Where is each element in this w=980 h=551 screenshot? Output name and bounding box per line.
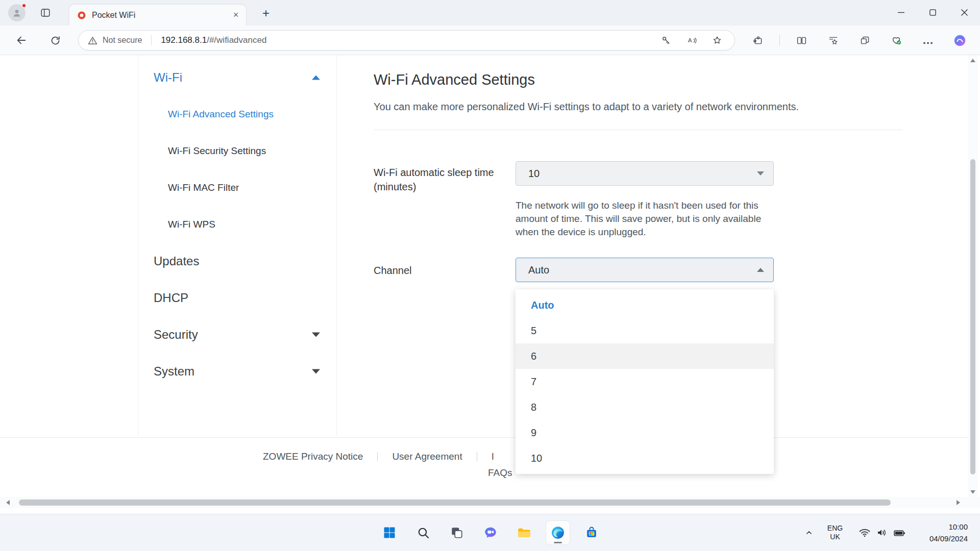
svg-text:A: A [688,37,692,44]
start-button[interactable] [377,520,402,545]
scroll-left-button[interactable] [2,497,13,508]
scroll-up-icon [970,59,975,62]
language-line2: UK [830,533,840,541]
dropdown-option-5[interactable]: 5 [516,318,774,343]
dropdown-option-8[interactable]: 8 [516,394,774,420]
split-screen-icon [796,35,807,46]
sleep-time-value: 10 [528,168,540,180]
scroll-left-icon [6,500,10,505]
refresh-button[interactable] [45,30,65,51]
faqs-link[interactable]: FAQs [488,467,512,479]
task-view-icon [450,526,463,539]
sleep-time-select[interactable]: 10 [516,161,774,186]
sidebar-section-security[interactable]: Security [138,316,336,353]
windows-taskbar: ENG UK 10:00 04/09/2024 [0,514,980,551]
language-indicator[interactable]: ENG UK [823,522,847,543]
tab-title: Pocket WiFi [92,11,225,20]
sidebar-item-wifi-mac-filter[interactable]: Wi-Fi MAC Filter [138,169,336,206]
browser-toolbar: Not secure 192.168.8.1/#/wifiadvanced A [0,26,980,55]
add-favorite-button[interactable] [710,33,724,47]
search-icon [416,526,430,539]
url-text[interactable]: 192.168.8.1/#/wifiadvanced [161,35,266,45]
dropdown-option-7[interactable]: 7 [516,369,774,394]
chevron-down-icon [312,333,320,337]
address-divider [151,35,152,45]
extensions-button[interactable] [748,30,768,51]
microsoft-store-icon [584,525,599,540]
back-arrow-icon [16,35,27,46]
scroll-up-button[interactable] [968,55,978,65]
back-button[interactable] [11,30,32,51]
horizontal-scrollbar-thumb[interactable] [19,499,891,506]
sidebar-item-wifi-wps[interactable]: Wi-Fi WPS [138,206,336,243]
footer-links: ZOWEE Privacy Notice User Agreement I [263,451,494,462]
dropdown-option-6[interactable]: 6 [516,343,774,369]
file-explorer-button[interactable] [512,520,536,545]
collections-button[interactable] [854,30,875,51]
browser-essentials-button[interactable] [886,30,906,51]
dropdown-option-auto[interactable]: Auto [516,292,774,318]
edge-browser-button[interactable] [546,520,570,545]
scroll-right-button[interactable] [952,497,964,508]
horizontal-scrollbar[interactable] [0,497,980,508]
channel-dropdown-list: Auto 5 6 7 8 9 10 [516,289,774,474]
dropdown-option-9[interactable]: 9 [516,420,774,445]
privacy-notice-link[interactable]: ZOWEE Privacy Notice [263,451,363,462]
windows-logo-icon [382,525,397,540]
settings-sidebar: Wi-Fi Wi-Fi Advanced Settings Wi-Fi Secu… [138,55,337,437]
sidebar-section-system[interactable]: System [138,353,336,390]
password-button[interactable] [659,33,673,47]
sidebar-section-dhcp[interactable]: DHCP [138,280,336,316]
new-tab-button[interactable]: + [257,6,275,21]
dropdown-option-10[interactable]: 10 [516,445,774,471]
sidebar-item-wifi-security-settings[interactable]: Wi-Fi Security Settings [138,133,336,169]
sidebar-item-label: Wi-Fi WPS [168,219,215,230]
sidebar-section-wifi[interactable]: Wi-Fi [138,59,336,96]
browser-titlebar: Pocket WiFi × + [0,0,980,26]
chat-button[interactable] [478,520,503,545]
footer-link-divider [477,452,477,461]
vertical-scrollbar-thumb[interactable] [970,159,975,474]
close-window-button[interactable] [948,0,980,24]
address-bar[interactable]: Not secure 192.168.8.1/#/wifiadvanced A [78,30,735,51]
chat-icon [483,525,498,540]
tab-actions-menu-button[interactable] [37,5,54,21]
hidden-icons-button[interactable] [801,522,817,543]
system-tray-status[interactable] [859,522,906,543]
maximize-icon [929,9,936,16]
profile-avatar[interactable] [8,4,26,21]
sleep-time-label: Wi-Fi automatic sleep time (minutes) [374,165,514,194]
sidebar-item-wifi-advanced-settings[interactable]: Wi-Fi Advanced Settings [138,96,336,133]
sidebar-item-label: DHCP [154,291,188,305]
url-host: 192.168.8.1 [161,35,207,45]
settings-more-button[interactable]: … [918,30,938,51]
favorites-star-list-icon [828,35,839,46]
copilot-button[interactable] [949,30,970,51]
partially-hidden-link[interactable]: I [492,451,494,462]
site-favicon [77,10,87,20]
favorites-button[interactable] [823,30,843,51]
channel-select[interactable]: Auto [516,258,774,282]
tab-actions-icon [40,7,51,18]
split-screen-button[interactable] [791,30,812,51]
user-agreement-link[interactable]: User Agreement [392,451,462,462]
taskbar-clock[interactable]: 10:00 04/09/2024 [929,521,968,544]
vertical-scrollbar[interactable] [968,55,978,497]
microsoft-store-button[interactable] [579,520,604,545]
search-button[interactable] [411,520,435,545]
chevron-up-tray-icon [804,528,814,538]
scroll-down-button[interactable] [968,487,978,497]
browser-tab[interactable]: Pocket WiFi × [69,4,247,26]
sidebar-item-label: Wi-Fi Security Settings [168,145,266,157]
toolbar-divider [779,35,780,46]
security-status-label[interactable]: Not secure [103,36,142,45]
tab-close-button[interactable]: × [230,9,242,21]
maximize-button[interactable] [917,0,948,24]
read-aloud-button[interactable]: A [684,33,699,47]
speaker-icon [876,527,888,539]
minimize-button[interactable] [885,0,917,24]
sidebar-section-updates[interactable]: Updates [138,243,336,280]
key-icon [661,35,671,45]
task-view-button[interactable] [445,520,469,545]
browser-essentials-icon [891,35,902,46]
